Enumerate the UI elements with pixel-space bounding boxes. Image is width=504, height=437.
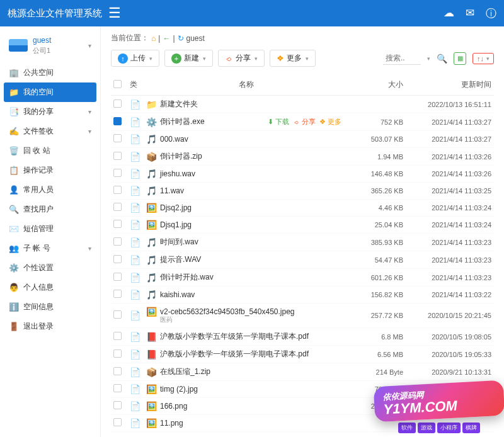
table-row[interactable]: 📄🎵倒计时开始.wav601.26 KB2021/4/14 11:03:23 <box>111 269 494 287</box>
info-icon[interactable]: ⓘ <box>486 6 496 21</box>
sidebar-item-7[interactable]: 🔍查找用户 <box>0 200 100 219</box>
file-name[interactable]: 新建文件夹 <box>160 99 198 110</box>
search-input[interactable] <box>383 52 421 65</box>
row-checkbox[interactable] <box>113 99 122 108</box>
table-row[interactable]: 📄🖼️11.png <box>111 415 494 432</box>
table-row[interactable]: 📄📦在线压缩_1.zip214 Byte2020/9/21 10:13:31 <box>111 363 494 381</box>
file-name[interactable]: Djsq2.jpg <box>160 203 192 212</box>
grid-view-icon[interactable]: ▦ <box>454 52 466 65</box>
share-button[interactable]: ⪦ 分享 ▾ <box>218 50 265 67</box>
home-icon[interactable]: ⌂ <box>151 34 156 43</box>
more-link[interactable]: ❖ 更多 <box>319 117 341 127</box>
sidebar-item-2[interactable]: 📑我的分享▾ <box>0 102 100 122</box>
col-size[interactable]: 大小 <box>346 79 403 90</box>
table-row[interactable]: 📄📕沪教版小学数学五年级第一学期电子课本.pdf6.8 MB2020/10/5 … <box>111 328 494 346</box>
select-all-checkbox[interactable] <box>113 80 122 88</box>
user-block[interactable]: guest 公司1 ▾ <box>0 31 100 63</box>
row-checkbox[interactable] <box>113 310 122 319</box>
row-checkbox[interactable] <box>113 203 122 211</box>
table-row[interactable]: 📄📦倒计时器.zip1.94 MB2021/4/14 11:03:26 <box>111 148 494 166</box>
chevron-down-icon[interactable]: ▾ <box>88 42 91 49</box>
row-checkbox[interactable] <box>113 367 122 375</box>
sidebar-item-5[interactable]: 📋操作记录 <box>0 161 100 180</box>
row-checkbox[interactable] <box>113 290 122 298</box>
table-row[interactable]: 📄⚙️倒计时器.exe⬇ 下载⪦ 分享❖ 更多752 KB2021/4/14 1… <box>111 113 494 131</box>
chevron-down-icon[interactable]: ▾ <box>427 55 430 62</box>
table-row[interactable]: 📄🖼️v2-cebc5632f34c94503fb_540x450.jpeg医药… <box>111 304 494 328</box>
row-checkbox[interactable] <box>113 384 122 392</box>
row-checkbox[interactable] <box>113 169 122 177</box>
row-checkbox[interactable] <box>113 134 122 142</box>
more-button[interactable]: ❖ 更多 ▾ <box>270 50 316 67</box>
row-checkbox[interactable] <box>113 255 122 263</box>
row-checkbox[interactable] <box>113 117 122 125</box>
row-checkbox[interactable] <box>113 186 122 194</box>
sidebar-item-3[interactable]: ✍️文件签收▾ <box>0 122 100 141</box>
back-icon[interactable]: ← <box>163 34 170 43</box>
col-type[interactable]: 类 <box>130 79 146 90</box>
table-row[interactable]: 📄🎵11.wav365.26 KB2021/4/14 11:03:25 <box>111 183 494 200</box>
file-name[interactable]: 提示音.WAV <box>160 254 201 265</box>
new-button[interactable]: + 新建 ▾ <box>164 50 213 67</box>
file-name[interactable]: jieshu.wav <box>160 169 195 178</box>
sidebar-item-4[interactable]: 🗑️回 收 站 <box>0 141 100 161</box>
table-row[interactable]: 📄🎵kaishi.wav156.82 KB2021/4/14 11:03:22 <box>111 287 494 304</box>
file-name[interactable]: 11.png <box>160 419 183 428</box>
table-row[interactable]: 📄🎵jieshu.wav146.48 KB2021/4/14 11:03:26 <box>111 166 494 183</box>
table-row[interactable]: 📄📕沪教版小学数学一年级第一学期电子课本.pdf6.56 MB2020/10/5… <box>111 346 494 363</box>
table-row[interactable]: 📄🖼️Djsq2.jpg4.46 KB2021/4/14 11:03:24 <box>111 200 494 217</box>
mail-icon[interactable]: ✉ <box>466 6 474 21</box>
col-time[interactable]: 更新时间 <box>403 79 491 90</box>
file-name[interactable]: 时间到.wav <box>160 237 198 247</box>
table-row[interactable]: 📄🖼️166.png269.94 KB2020/9/15 16:55:07 <box>111 398 494 415</box>
table-row[interactable]: 📄🖼️timg (2).jpg78.52 KB2020/9/16 2:31:12 <box>111 381 494 398</box>
cloud-download-icon[interactable]: ☁ <box>444 6 454 21</box>
file-name[interactable]: kaishi.wav <box>160 290 195 299</box>
row-checkbox[interactable] <box>113 273 122 281</box>
file-name[interactable]: 倒计时开始.wav <box>160 272 214 283</box>
sidebar-item-13[interactable]: 🚪退出登录 <box>0 317 100 336</box>
sidebar-item-0[interactable]: 🏢公共空间 <box>0 63 100 82</box>
share-link[interactable]: ⪦ 分享 <box>293 117 316 127</box>
file-name[interactable]: 沪教版小学数学一年级第一学期电子课本.pdf <box>160 349 309 360</box>
file-name[interactable]: 166.png <box>160 402 187 411</box>
file-name[interactable]: Djsq1.jpg <box>160 220 192 229</box>
file-name[interactable]: v2-cebc5632f34c94503fb_540x450.jpeg <box>160 307 295 316</box>
row-checkbox[interactable] <box>113 418 122 426</box>
plus-icon: + <box>171 54 181 64</box>
sidebar-item-1[interactable]: 📁我的空间 <box>4 82 96 102</box>
breadcrumb-path[interactable]: guest <box>186 34 205 43</box>
file-name[interactable]: 000.wav <box>160 135 188 144</box>
table-row[interactable]: 📄🖼️Djsq1.jpg25.04 KB2021/4/14 11:03:24 <box>111 217 494 234</box>
upload-button[interactable]: ↑ 上传 ▾ <box>111 50 159 67</box>
row-checkbox[interactable] <box>113 349 122 358</box>
file-name[interactable]: 沪教版小学数学五年级第一学期电子课本.pdf <box>160 331 309 342</box>
table-row[interactable]: 📄🎵时间到.wav385.93 KB2021/4/14 11:03:23 <box>111 234 494 251</box>
sidebar-item-6[interactable]: 👤常用人员 <box>0 180 100 200</box>
file-name[interactable]: 倒计时器.zip <box>160 151 202 162</box>
col-name[interactable]: 名称 <box>146 79 346 90</box>
table-row[interactable]: 📄🎵提示音.WAV54.47 KB2021/4/14 11:03:23 <box>111 251 494 269</box>
row-checkbox[interactable] <box>113 237 122 246</box>
sidebar-item-9[interactable]: 👥子 帐 号▾ <box>0 239 100 258</box>
row-checkbox[interactable] <box>113 220 122 228</box>
table-row[interactable]: 📄📁新建文件夹2022/10/13 16:51:11 <box>111 96 494 113</box>
table-row[interactable]: 📄🎵000.wav503.07 KB2021/4/14 11:03:27 <box>111 131 494 148</box>
search-icon[interactable]: 🔍 <box>437 54 447 64</box>
download-link[interactable]: ⬇ 下载 <box>268 117 289 127</box>
sidebar-item-8[interactable]: ✉️短信管理 <box>0 219 100 239</box>
file-name[interactable]: timg (2).jpg <box>160 385 198 394</box>
sidebar: guest 公司1 ▾ 🏢公共空间📁我的空间📑我的分享▾✍️文件签收▾🗑️回 收… <box>0 26 101 437</box>
file-name[interactable]: 倒计时器.exe <box>160 116 205 127</box>
sidebar-item-10[interactable]: ⚙️个性设置 <box>0 258 100 278</box>
row-checkbox[interactable] <box>113 401 122 409</box>
sort-button[interactable]: ↑↓▾ <box>472 53 494 64</box>
sidebar-item-12[interactable]: ℹ️空间信息 <box>0 297 100 317</box>
file-name[interactable]: 11.wav <box>160 186 184 195</box>
refresh-icon[interactable]: ↻ <box>178 34 184 43</box>
file-name[interactable]: 在线压缩_1.zip <box>160 366 210 377</box>
row-checkbox[interactable] <box>113 332 122 340</box>
menu-icon[interactable]: ☰ <box>108 5 121 21</box>
row-checkbox[interactable] <box>113 152 122 160</box>
sidebar-item-11[interactable]: 👨个人信息 <box>0 278 100 297</box>
